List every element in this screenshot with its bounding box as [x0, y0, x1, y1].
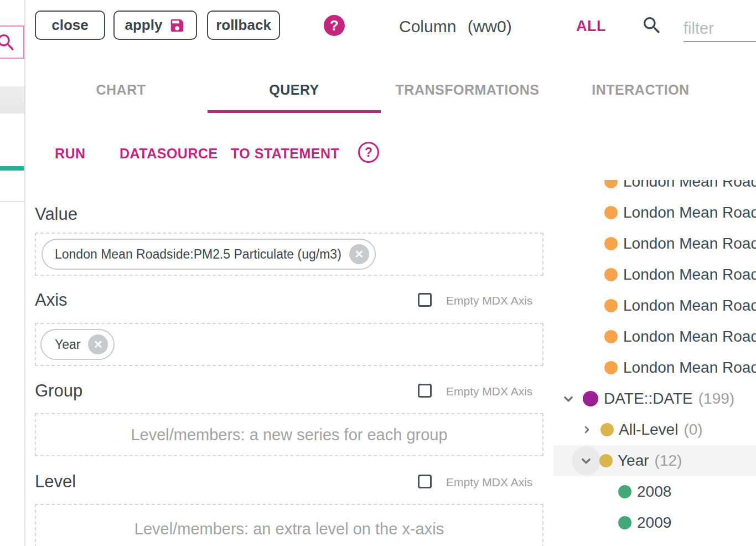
run-button[interactable]: RUN: [55, 146, 86, 162]
background-search-icon: [0, 32, 17, 54]
level-dot-icon: [600, 423, 614, 436]
level-label: All-Level: [619, 421, 678, 439]
measure-label: London Mean Roadside:PM2.5 Particulate (…: [623, 359, 756, 377]
group-empty-mdx-checkbox[interactable]: [418, 384, 432, 398]
axis-chip[interactable]: Year ✕: [40, 329, 115, 360]
chevron-right-icon[interactable]: [580, 423, 593, 436]
level-count: (0): [683, 421, 702, 439]
tab-chart[interactable]: CHART: [34, 74, 208, 105]
axis-dropzone[interactable]: Year ✕: [35, 323, 543, 366]
measure-dot-icon: [604, 268, 618, 281]
level-section-label: Level: [35, 473, 76, 490]
level-count: (12): [655, 452, 682, 470]
close-button[interactable]: close: [35, 11, 105, 40]
dialog-title: Column (ww0): [399, 17, 512, 36]
tree-member-year[interactable]: 2009: [553, 507, 756, 538]
background-divider-line: [0, 201, 24, 202]
dimension-count: (199): [698, 390, 734, 408]
member-dot-icon: [618, 485, 631, 498]
measure-label: London Mean Roadside:PM2.5 Particulate (…: [623, 266, 756, 284]
background-teal-accent-line: [0, 166, 24, 171]
background-page-strip: [0, 0, 25, 546]
tree-node-date-dimension[interactable]: DATE::DATE (199): [553, 383, 756, 414]
tree-measure-item[interactable]: London Mean Roadside:PM2.5 Particulate (…: [553, 197, 756, 228]
measure-label: London Mean Roadside:PM2.5 Particulate (…: [623, 297, 756, 315]
measure-dot-icon: [604, 299, 618, 312]
axis-empty-mdx-checkbox[interactable]: [418, 293, 432, 307]
level-dot-icon: [599, 454, 613, 467]
dialog-left-divider: [24, 0, 25, 546]
dimension-tree-panel: London Mean Roadside:PM2.5 Particulate (…: [553, 180, 756, 546]
measure-dot-icon: [604, 361, 618, 374]
level-dropzone-placeholder: Level/members: an extra level on the x-a…: [134, 520, 444, 538]
measure-label: London Mean Roadside:PM2.5 Particulate (…: [623, 328, 756, 346]
axis-empty-mdx-label: Empty MDX Axis: [446, 294, 532, 307]
tab-transformations[interactable]: TRANSFORMATIONS: [381, 74, 554, 105]
measure-dot-icon: [604, 206, 618, 219]
level-empty-mdx-checkbox[interactable]: [418, 475, 432, 488]
measure-dot-icon: [604, 237, 618, 250]
group-section-label: Group: [35, 382, 82, 399]
measure-dot-icon: [604, 330, 618, 343]
query-help-icon[interactable]: ?: [358, 142, 379, 163]
level-dropzone[interactable]: Level/members: an extra level on the x-a…: [35, 504, 543, 546]
level-empty-mdx-label: Empty MDX Axis: [446, 476, 532, 489]
tree-measure-item[interactable]: London Mean Roadside:PM2.5 Particulate (…: [553, 352, 756, 383]
tab-query-label: QUERY: [269, 82, 319, 98]
help-icon[interactable]: ?: [324, 15, 345, 36]
measure-label: London Mean Roadside:PM2.5 Particulate (…: [623, 180, 756, 190]
query-help-glyph: ?: [365, 145, 372, 160]
tab-interaction-label: INTERACTION: [592, 82, 689, 98]
value-chip-remove-icon[interactable]: ✕: [349, 244, 369, 264]
level-label: Year: [618, 452, 649, 470]
member-label: 2008: [637, 483, 671, 501]
axis-chip-label: Year: [55, 337, 80, 352]
tree-measure-item[interactable]: London Mean Roadside:PM2.5 Particulate (…: [553, 290, 756, 321]
value-dropzone[interactable]: London Mean Roadside:PM2.5 Particulate (…: [35, 233, 543, 276]
axis-chip-remove-icon[interactable]: ✕: [88, 334, 108, 354]
search-icon: [641, 14, 663, 37]
chevron-down-icon[interactable]: [560, 390, 577, 407]
axis-section-label: Axis: [35, 291, 68, 308]
dimension-label: DATE::DATE: [604, 390, 693, 408]
datasource-button[interactable]: DATASOURCE: [120, 146, 218, 162]
group-empty-mdx-label: Empty MDX Axis: [446, 385, 532, 398]
member-label: 2009: [637, 514, 671, 532]
to-statement-button[interactable]: TO STATEMENT: [231, 146, 339, 162]
tab-chart-label: CHART: [96, 82, 146, 98]
chevron-focus-circle[interactable]: [572, 446, 600, 475]
tree-node-all-level[interactable]: All-Level (0): [553, 414, 756, 445]
tab-transformations-label: TRANSFORMATIONS: [396, 82, 540, 98]
tree-measure-item[interactable]: London Mean Roadside:PM2.5 Particulate (…: [553, 180, 756, 197]
rollback-button[interactable]: rollback: [207, 11, 280, 40]
group-dropzone-placeholder: Level/members: a new series for each gro…: [131, 426, 447, 444]
help-icon-glyph: ?: [330, 17, 339, 34]
save-icon: [169, 17, 185, 34]
measure-label: London Mean Roadside:PM2.5 Particulate (…: [623, 235, 756, 253]
tree-measure-item[interactable]: London Mean Roadside:PM2.5 Particulate (…: [553, 259, 756, 290]
member-dot-icon: [618, 516, 631, 529]
tree-node-year-level[interactable]: Year (12): [553, 445, 756, 476]
filter-all-button[interactable]: ALL: [576, 18, 606, 35]
value-chip-label: London Mean Roadside:PM2.5 Particulate (…: [55, 247, 341, 262]
tab-query[interactable]: QUERY: [208, 74, 381, 105]
tab-interaction[interactable]: INTERACTION: [554, 74, 727, 105]
rollback-button-label: rollback: [216, 17, 271, 34]
dimension-dot-icon: [583, 391, 598, 406]
group-dropzone[interactable]: Level/members: a new series for each gro…: [35, 413, 543, 456]
tree-measure-item[interactable]: London Mean Roadside:PM2.5 Particulate (…: [553, 321, 756, 352]
tab-bar: CHART QUERY TRANSFORMATIONS INTERACTION: [34, 74, 727, 105]
apply-button-label: apply: [125, 17, 163, 34]
measure-label: London Mean Roadside:PM2.5 Particulate (…: [623, 204, 756, 222]
close-button-label: close: [51, 17, 89, 34]
measure-dot-icon: [604, 180, 618, 188]
background-gray-band: [0, 86, 24, 114]
value-chip[interactable]: London Mean Roadside:PM2.5 Particulate (…: [42, 239, 376, 270]
chevron-down-icon: [578, 452, 594, 469]
filter-input[interactable]: [683, 16, 756, 42]
value-section-label: Value: [35, 205, 77, 223]
tree-measure-item[interactable]: London Mean Roadside:PM2.5 Particulate (…: [553, 228, 756, 259]
tree-member-year[interactable]: 2008: [553, 476, 756, 507]
apply-button[interactable]: apply: [113, 11, 197, 40]
